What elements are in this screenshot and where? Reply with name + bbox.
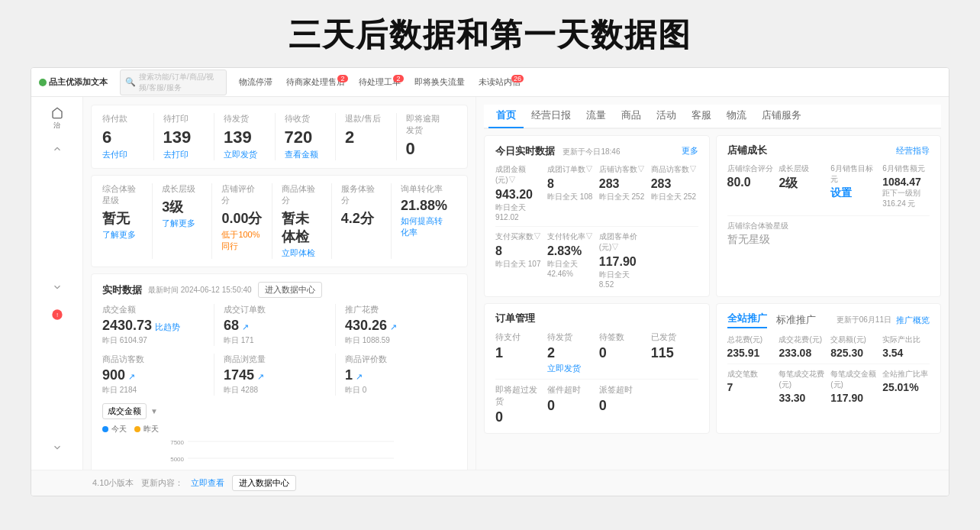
- promo-label-meibi: 每笔成交花费(元): [779, 369, 826, 390]
- exp-fuwu: 服务体验分 4.2分: [332, 183, 392, 259]
- exp-warn-pingjia[interactable]: 低于100%同行: [221, 229, 262, 252]
- promo-label-meibi2: 每笔成交金额(元): [830, 369, 878, 390]
- metric-link-chengjiao[interactable]: 比趋势: [155, 322, 180, 333]
- today-realtime-section: 今日实时数据 更新于今日18:46 更多 成团金额(元)▽ 943.20 昨日全…: [484, 135, 710, 297]
- metric-link-dingdan[interactable]: ↗: [242, 322, 249, 332]
- today-label-zhuanhua: 支付转化率▽: [547, 231, 595, 242]
- stat-link-daifukuan[interactable]: 去付印: [102, 149, 144, 160]
- nav-item-messages[interactable]: 未读站内信 26: [472, 75, 527, 89]
- metric-fangke: 商品访客数 900 ↗ 昨日 2184: [102, 354, 214, 396]
- store-growth-link[interactable]: 经营指导: [896, 145, 930, 157]
- metric-prev-chengjiao: 昨日 6104.97: [102, 335, 205, 346]
- realtime-card: 实时数据 最新时间 2024-06-12 15:50:40 进入数据中心 成交金…: [91, 273, 468, 470]
- tab-wuliu[interactable]: 物流: [719, 108, 754, 128]
- growth-value-xiaoshoue: 1084.47: [882, 176, 930, 188]
- order-stats-card: 待付款 6 去付印 待打印 139 去打印 待发货 139 立即发货: [91, 105, 468, 169]
- exp-label-pingjia: 店铺评价分: [221, 183, 262, 206]
- chart-select[interactable]: 成交金额: [102, 403, 147, 419]
- nav-label-logistics: 物流停滞: [239, 76, 272, 88]
- exp-sub-zhonghe[interactable]: 了解更多: [102, 229, 143, 241]
- nav-item-aftersale[interactable]: 待商家处理售后 2: [280, 75, 351, 89]
- order-value-daiqian: 0: [599, 345, 646, 361]
- promo-chengjiao: 成交花费(元) 233.08: [779, 334, 826, 359]
- sidebar-bottom-arrow[interactable]: [40, 435, 74, 462]
- exp-sub-chengjian[interactable]: 了解更多: [162, 218, 202, 229]
- today-kedanjia: 成团客单价(元)▽ 117.90 昨日全天 8.52: [599, 231, 646, 289]
- promo-label-bishu: 成交笔数: [727, 369, 775, 380]
- bottom-label: 4.10小版本: [92, 477, 134, 489]
- logo-dot: [39, 79, 47, 86]
- metric-link-fangke[interactable]: ↗: [128, 372, 135, 382]
- realtime-time: 最新时间 2024-06-12 15:50:40: [148, 285, 252, 296]
- today-realtime-time: 更新于今日18:46: [563, 147, 620, 156]
- today-label-maijiashu: 支付买家数▽: [495, 231, 543, 242]
- stat-value-daifahuo: 139: [224, 128, 266, 147]
- exp-sub-shangpin[interactable]: 立即体检: [282, 247, 322, 259]
- promo-more[interactable]: 推广概览: [896, 315, 930, 326]
- today-label-dianpu: 店铺访客数▽: [599, 164, 646, 175]
- promo-header: 全站推广 标准推广 更新于06月11日 推广概览: [727, 312, 930, 328]
- order-label-daiqian: 待签数: [599, 331, 646, 343]
- store-growth-header: 店铺成长 经营指导: [727, 144, 930, 157]
- stat-link-daifahuo[interactable]: 立即发货: [224, 149, 266, 160]
- today-chengtuan: 成团金额(元)▽ 943.20 昨日全天 912.02: [495, 164, 543, 221]
- nav-item-traffic[interactable]: 即将换失流量: [408, 75, 471, 89]
- nav-items: 物流停滞 待商家处理售后 2 待处理工单 2 即将换失流量 未读站内信 26: [233, 75, 941, 89]
- growth-value-mubiao[interactable]: 设置: [830, 186, 878, 200]
- tab-huodong[interactable]: 活动: [649, 108, 684, 128]
- metric-label-chengjiao: 成交金额: [102, 304, 205, 315]
- exp-chengjian: 成长层级 3级 了解更多: [153, 183, 212, 259]
- order-jijiangchao: 即将超过发货 0: [495, 384, 543, 425]
- chart-dropdown: 成交金额 ▼: [102, 403, 456, 419]
- exp-value-pingjia: 0.00分: [221, 209, 262, 228]
- nav-item-logistics[interactable]: 物流停滞: [233, 75, 279, 89]
- today-realtime-more[interactable]: 更多: [682, 145, 698, 157]
- metric-value-chengjiao: 2430.73: [102, 318, 152, 334]
- stat-value-tuikuan: 2: [345, 128, 387, 147]
- sidebar-alert-icon: !: [51, 309, 63, 324]
- order-mgmt-header: 订单管理: [495, 312, 698, 325]
- exp-shangpin: 商品体验分 暂未体检 立即体检: [272, 183, 332, 259]
- realtime-btn[interactable]: 进入数据中心: [258, 282, 322, 298]
- tab-liuliang[interactable]: 流量: [579, 108, 614, 128]
- exp-row: 综合体验星级 暂无 了解更多 成长层级 3级 了解更多 店铺评价分 0.00分 …: [102, 183, 456, 259]
- bottom-desc: 更新内容：: [141, 477, 183, 489]
- sidebar-arrow-up[interactable]: [40, 136, 74, 163]
- stat-daishouhuo: 待收货 720 查看金额: [276, 113, 337, 160]
- stat-label-daifahuo: 待发货: [224, 113, 266, 124]
- stat-value-daifukuan: 6: [102, 128, 144, 147]
- promo-right: 更新于06月11日 推广概览: [837, 315, 930, 326]
- tab-home[interactable]: 首页: [488, 108, 524, 128]
- tab-shangpin[interactable]: 商品: [614, 108, 649, 128]
- growth-sub-xiaoshoue: 距下一级别 316.24 元: [882, 188, 930, 209]
- stat-daifukuan: 待付款 6 去付印: [102, 113, 154, 160]
- promo-tab-quanzhan[interactable]: 全站推广: [727, 312, 767, 328]
- realtime-title: 实时数据: [102, 283, 142, 297]
- exp-value-chengjian: 3级: [162, 198, 202, 216]
- tab-kefu[interactable]: 客服: [684, 108, 719, 128]
- metric-link-pingjia2[interactable]: ↗: [356, 372, 363, 382]
- sidebar-home[interactable]: 治: [40, 105, 74, 132]
- tab-jingying[interactable]: 经营日报: [524, 108, 579, 128]
- badge-messages: 26: [511, 75, 524, 82]
- search-bar[interactable]: 🔍 搜索功能/订单/商品/视频/客服/服务: [120, 69, 227, 95]
- stat-link-daishouhuo[interactable]: 查看金额: [285, 149, 327, 160]
- metric-link-huafei[interactable]: ↗: [390, 322, 397, 332]
- nav-item-workorder[interactable]: 待处理工单 2: [353, 75, 407, 89]
- svg-text:!: !: [56, 312, 57, 318]
- sidebar-arrow-down[interactable]: [40, 274, 74, 302]
- bottom-btn[interactable]: 进入数据中心: [232, 475, 296, 491]
- left-sidebar: 治 !: [31, 97, 83, 470]
- bottom-link[interactable]: 立即查看: [191, 477, 224, 489]
- promo-tab-biaozhun[interactable]: 标准推广: [776, 313, 816, 327]
- exp-value-zhonghe: 暂无: [102, 209, 143, 228]
- badge-aftersale: 2: [337, 75, 348, 82]
- tab-fuwu[interactable]: 店铺服务: [754, 108, 809, 128]
- order-link-daifh[interactable]: 立即发货: [547, 363, 595, 374]
- metric-label-pingjia2: 商品评价数: [345, 354, 447, 365]
- growth-label-mubiao: 6月销售目标元: [830, 163, 878, 185]
- metric-link-liulan[interactable]: ↗: [257, 372, 264, 382]
- stat-link-daiyin[interactable]: 去打印: [163, 149, 205, 160]
- today-prev-maijiashu: 昨日全天 107: [495, 259, 543, 270]
- exp-sub-zhuanhua[interactable]: 如何提高转化率: [401, 215, 447, 238]
